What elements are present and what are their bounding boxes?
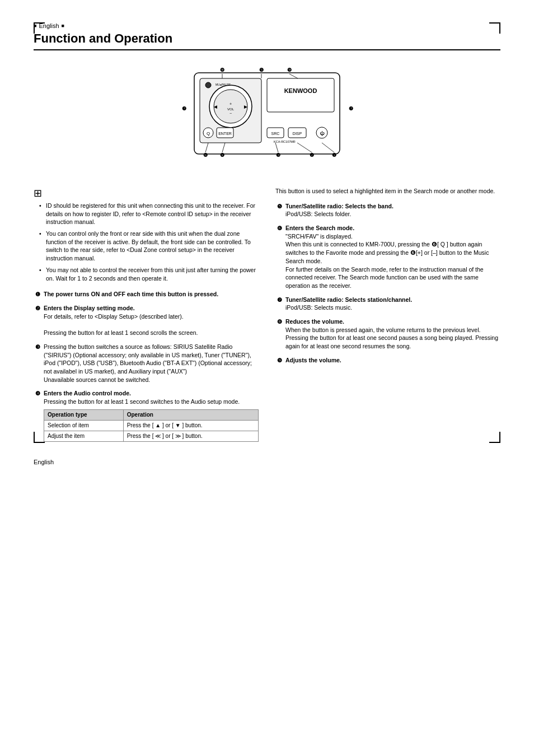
item1-content: The power turns ON and OFF each time thi… [44, 290, 259, 298]
svg-text:ENTER: ENTER [218, 132, 232, 136]
item5-bold: Tuner/Satellite radio: Selects the band. [285, 203, 394, 209]
right-column: This button is used to select a highligh… [275, 187, 500, 447]
svg-text:−: − [229, 111, 232, 115]
table-cell-op-1: Press the [ ▲ ] or [ ▼ ] button. [123, 420, 258, 431]
svg-text:DISP: DISP [293, 132, 302, 136]
device-diagram: KENWOOD + VOL − ◄ ► MU●PAUSE [34, 62, 500, 174]
item6-num: ❻ [275, 225, 283, 290]
svg-text:❷: ❷ [310, 152, 314, 158]
item7-content: Tuner/Satellite radio: Selects station/c… [285, 296, 500, 312]
item9-content: Adjusts the volume. [285, 356, 500, 365]
right-item-9: ❾ Adjusts the volume. [275, 356, 500, 365]
audio-setup-table: Operation type Operation Selection of it… [44, 409, 259, 442]
svg-rect-1 [267, 78, 334, 112]
svg-text:❽: ❽ [220, 67, 224, 73]
left-column: ⊞ ID should be registered for this unit … [34, 187, 259, 447]
table-header-2: Operation [123, 409, 258, 420]
svg-text:❶: ❶ [332, 152, 336, 158]
svg-text:KCA-RC107MR: KCA-RC107MR [274, 140, 296, 143]
page-title: Function and Operation [34, 31, 500, 50]
corner-tr [489, 22, 500, 34]
right-item-8: ❽ Reduces the volume. When the button is… [275, 318, 500, 351]
note-bullet-1: ID should be registered for this unit wh… [39, 202, 259, 226]
svg-text:SRC: SRC [271, 132, 280, 136]
item3-content: Pressing the button switches a source as… [44, 343, 259, 384]
two-column-layout: ⊞ ID should be registered for this unit … [34, 187, 500, 447]
table-cell-type-2: Adjust the item [44, 431, 124, 441]
item1-bold: The power turns ON and OFF each time thi… [44, 291, 218, 297]
item8-content: Reduces the volume. When the button is p… [285, 318, 500, 351]
note-icon: ⊞ [34, 187, 259, 199]
table-row-2: Adjust the item Press the [ ≪ ] or [ ≫ ]… [44, 431, 259, 441]
item9-num: ❾ [275, 357, 283, 365]
corner-tl [34, 22, 45, 34]
corner-br [489, 432, 500, 443]
item9-bold: Adjusts the volume. [285, 357, 341, 363]
right-item-5: ❺ Tuner/Satellite radio: Selects the ban… [275, 202, 500, 218]
svg-text:❼: ❼ [349, 106, 353, 111]
left-item-3: ❸ Pressing the button switches a source … [34, 343, 259, 384]
svg-text:❹: ❹ [220, 152, 224, 158]
footer-text: English [34, 459, 500, 465]
language-label: English [34, 22, 500, 29]
left-item-2: ❷ Enters the Display setting mode. For d… [34, 304, 259, 337]
item3-num: ❸ [34, 343, 41, 384]
item7-bold: Tuner/Satellite radio: Selects station/c… [285, 296, 412, 303]
svg-text:Q: Q [207, 131, 210, 136]
left-item-1: ❶ The power turns ON and OFF each time t… [34, 290, 259, 298]
page-wrapper: English Function and Operation KENWOOD +… [34, 22, 500, 465]
note-bullet-3: You may not able to control the receiver… [39, 266, 259, 282]
item4-bold: Enters the Audio control mode. [44, 390, 131, 396]
right-item-6: ❻ Enters the Search mode. "SRCH/FAV" is … [275, 224, 500, 290]
item2-num: ❷ [34, 305, 41, 337]
item8-num: ❽ [275, 318, 283, 351]
note-bullets: ID should be registered for this unit wh… [34, 202, 259, 282]
right-intro: This button is used to select a highligh… [275, 187, 500, 195]
table-header-1: Operation type [44, 409, 124, 420]
item7-num: ❼ [275, 296, 283, 312]
svg-text:MU●PAUSE: MU●PAUSE [216, 83, 231, 86]
item8-bold: Reduces the volume. [285, 318, 344, 325]
item4-content: Enters the Audio control mode. Pressing … [44, 389, 259, 441]
svg-text:KENWOOD: KENWOOD [284, 87, 317, 94]
note-section: ⊞ ID should be registered for this unit … [34, 187, 259, 282]
svg-text:❸: ❸ [276, 152, 280, 158]
svg-text:VOL: VOL [227, 108, 235, 111]
item1-num: ❶ [34, 291, 41, 298]
table-cell-type-1: Selection of item [44, 420, 124, 431]
device-svg: KENWOOD + VOL − ◄ ► MU●PAUSE [149, 62, 385, 174]
svg-text:❾: ❾ [287, 67, 292, 73]
svg-point-11 [205, 82, 211, 88]
item5-content: Tuner/Satellite radio: Selects the band.… [285, 202, 500, 218]
svg-text:❻: ❻ [203, 152, 208, 158]
svg-point-5 [214, 90, 247, 123]
item6-bold: Enters the Search mode. [285, 225, 354, 231]
corner-bl [34, 432, 45, 443]
right-item-7: ❼ Tuner/Satellite radio: Selects station… [275, 296, 500, 312]
item6-content: Enters the Search mode. "SRCH/FAV" is di… [285, 224, 500, 290]
note-bullet-2: You can control only the front or rear s… [39, 230, 259, 263]
svg-text:◄: ◄ [213, 104, 218, 110]
left-item-4: ❹ Enters the Audio control mode. Pressin… [34, 389, 259, 441]
item5-num: ❺ [275, 203, 283, 218]
item2-bold: Enters the Display setting mode. [44, 305, 135, 311]
table-cell-op-2: Press the [ ≪ ] or [ ≫ ] button. [123, 431, 258, 441]
svg-text:⏻: ⏻ [320, 131, 325, 136]
svg-text:❺: ❺ [259, 67, 264, 73]
svg-text:+: + [229, 102, 232, 106]
table-row-1: Selection of item Press the [ ▲ ] or [ ▼… [44, 420, 259, 431]
item2-content: Enters the Display setting mode. For det… [44, 304, 259, 337]
svg-text:❼: ❼ [182, 106, 186, 111]
svg-text:►: ► [243, 104, 249, 110]
